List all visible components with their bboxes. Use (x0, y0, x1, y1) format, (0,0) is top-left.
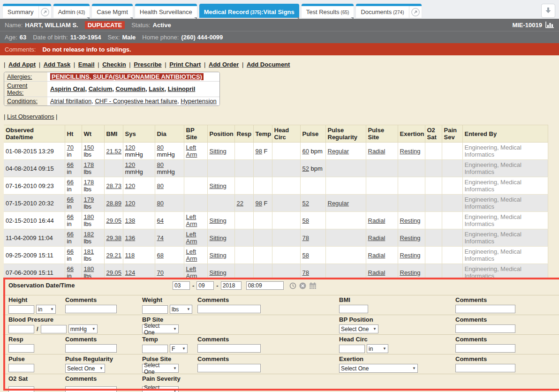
bmi-comments-input[interactable] (455, 305, 515, 313)
calendar-icon[interactable] (309, 282, 317, 289)
obs-value-link[interactable]: 52 (302, 200, 309, 207)
bmi-input[interactable] (339, 305, 368, 313)
tab-label[interactable]: Medical Record (375):Vital Signs (199, 6, 299, 18)
obs-value-link[interactable]: 28.73 (106, 182, 122, 189)
obs-value-link[interactable]: Left Arm (186, 231, 197, 245)
obs-value-link[interactable]: Radial (368, 234, 385, 241)
popout-icon[interactable] (38, 6, 51, 18)
weight-comments-input[interactable] (197, 305, 261, 313)
obs-value-link[interactable]: 66 (67, 179, 74, 186)
head-circ-input[interactable] (339, 345, 365, 353)
obs-value-link[interactable]: Radial (368, 148, 385, 155)
checkin-link[interactable]: Checkin (102, 61, 126, 68)
chart-icon[interactable] (545, 21, 554, 29)
resp-comments-input[interactable] (65, 344, 117, 353)
allergies-link[interactable]: Allergies: (7, 73, 32, 80)
tab-summary[interactable]: Summary (3, 4, 51, 18)
obs-value-link[interactable]: Resting (400, 269, 421, 276)
obs-value-link[interactable]: 52 (302, 165, 309, 172)
bp-unit-select[interactable]: mmHg▼ (68, 324, 98, 333)
obs-time-input[interactable] (246, 281, 284, 290)
current-meds-link[interactable]: Current Meds: (7, 82, 27, 96)
obs-value-link[interactable]: 179 (84, 196, 94, 203)
head-circ-unit-select[interactable]: in▼ (367, 344, 388, 353)
medication-link[interactable]: Lisinopril (168, 85, 196, 92)
pulse-input[interactable] (8, 364, 34, 372)
obs-value-link[interactable]: Resting (400, 217, 421, 224)
tab-label[interactable]: Summary (3, 6, 38, 18)
obs-value-link[interactable]: 178 (84, 179, 94, 186)
bp-position-select[interactable]: Select One▼ (339, 324, 378, 333)
obs-value-link[interactable]: 70 (157, 269, 164, 276)
temp-input[interactable] (142, 345, 168, 353)
obs-value-link[interactable]: 58 (302, 252, 309, 259)
tabbar-down-arrow-button[interactable] (541, 4, 555, 18)
tab-label[interactable]: Health Surveillance (135, 6, 197, 18)
obs-value-link[interactable]: 22 (237, 200, 243, 207)
obs-value-link[interactable]: 124 (125, 269, 136, 276)
obs-value-link[interactable]: 66 (67, 161, 74, 168)
obs-value-link[interactable]: Resting (400, 252, 421, 259)
temp-unit-select[interactable]: F▼ (170, 344, 188, 353)
weight-unit-select[interactable]: lbs▼ (170, 305, 192, 314)
obs-value-link[interactable]: Resting (400, 148, 421, 155)
obs-value-link[interactable]: 66 (67, 213, 74, 220)
obs-value-link[interactable]: Radial (368, 252, 385, 259)
obs-value-link[interactable]: 64 (157, 217, 164, 224)
resp-input[interactable] (8, 344, 34, 353)
exertion-comments-input[interactable] (455, 364, 515, 372)
bp-comments-input[interactable] (455, 324, 515, 333)
clock-icon[interactable] (289, 282, 296, 289)
print-chart-link[interactable]: Print Chart (169, 61, 201, 68)
obs-value-link[interactable]: 118 (125, 252, 135, 259)
pain-severity-select[interactable]: Select One▼ (142, 386, 179, 392)
obs-year-input[interactable] (221, 281, 242, 290)
tab-health-surveillance[interactable]: Health Surveillance (135, 4, 197, 18)
obs-value-link[interactable]: 58 (302, 217, 309, 224)
obs-value-link[interactable]: 66 (67, 231, 74, 238)
condition-link[interactable]: CHF - Congestive heart failure (95, 98, 177, 105)
obs-value-link[interactable]: 60 (302, 148, 309, 155)
obs-value-link[interactable]: 98 (256, 200, 262, 207)
add-document-link[interactable]: Add Document (247, 61, 290, 68)
obs-value-link[interactable]: 70 (67, 144, 74, 151)
pulse-comments-input[interactable] (197, 364, 261, 372)
obs-value-link[interactable]: 78 (302, 234, 309, 241)
obs-value-link[interactable]: 182 (84, 231, 94, 238)
tab-documents[interactable]: Documents (274) (356, 4, 421, 18)
obs-value-link[interactable]: Sitting (210, 217, 227, 224)
obs-value-link[interactable]: Left Arm (186, 213, 197, 227)
obs-value-link[interactable]: Sitting (210, 182, 227, 189)
tab-case-mgmt[interactable]: Case Mgmt (92, 4, 132, 18)
obs-value-link[interactable]: Left Arm (186, 248, 197, 262)
condition-link[interactable]: Hypertension (181, 98, 217, 105)
obs-value-link[interactable]: 66 (67, 196, 74, 203)
pulse-regularity-select[interactable]: Select One▼ (65, 364, 105, 373)
add-task-link[interactable]: Add Task (44, 61, 71, 68)
email-link[interactable]: Email (78, 61, 95, 68)
bp-diastolic-input[interactable] (41, 325, 67, 333)
obs-value-link[interactable]: 181 (84, 248, 94, 255)
obs-value-link[interactable]: 28.89 (106, 200, 122, 207)
obs-value-link[interactable]: 98 (256, 148, 262, 155)
pulse-site-select[interactable]: Select One▼ (142, 364, 179, 373)
obs-value-link[interactable]: Radial (368, 269, 385, 276)
obs-value-link[interactable]: Regular (328, 200, 349, 207)
obs-value-link[interactable]: 78 (302, 269, 309, 276)
exertion-select[interactable]: Select One▼ (339, 364, 418, 373)
obs-value-link[interactable]: Left Arm (186, 144, 197, 158)
tab-admin[interactable]: Admin (43) (53, 4, 90, 18)
obs-value-link[interactable]: 80 (157, 144, 164, 151)
weight-input[interactable] (142, 305, 168, 314)
tab-test-results[interactable]: Test Results (65) (302, 4, 354, 18)
obs-value-link[interactable]: Sitting (210, 148, 227, 155)
temp-comments-input[interactable] (197, 344, 261, 353)
conditions-link[interactable]: Conditions: (7, 98, 38, 105)
medication-link[interactable]: Coumadin (115, 85, 145, 92)
obs-value-link[interactable]: 80 (157, 200, 164, 207)
tab-medical-record[interactable]: Medical Record (375):Vital Signs (199, 4, 299, 18)
obs-value-link[interactable]: 120 (125, 182, 136, 189)
tab-label[interactable]: Admin (43) (53, 6, 90, 18)
obs-value-link[interactable]: 150 (84, 144, 94, 151)
obs-value-link[interactable]: 120 (125, 161, 136, 168)
